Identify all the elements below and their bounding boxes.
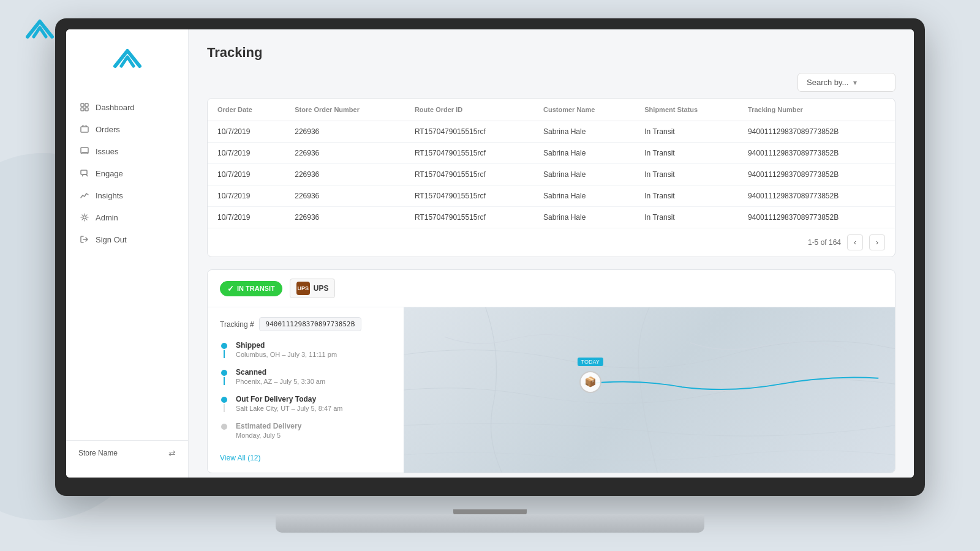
- timeline-event-label: Shipped: [236, 341, 391, 350]
- store-name-label: Store Name: [78, 449, 118, 457]
- sidebar-item-admin[interactable]: Admin: [72, 207, 182, 228]
- tracking-body: Tracking # 940011129837089773852B Shippe…: [208, 307, 895, 473]
- tracking-left-panel: Tracking # 940011129837089773852B Shippe…: [208, 307, 404, 473]
- timeline-item: Scanned Phoenix, AZ – July 5, 3:30 am: [220, 368, 391, 395]
- col-customer-name: Customer Name: [533, 99, 635, 121]
- timeline-line: [224, 350, 225, 358]
- search-dropdown[interactable]: Search by... ▾: [797, 73, 895, 92]
- cell-tracking-number: 940011129837089773852B: [738, 164, 895, 186]
- pagination-prev-button[interactable]: ‹: [847, 234, 863, 250]
- sidebar-item-sign-out[interactable]: Sign Out: [72, 229, 182, 250]
- cell-customer-name: Sabrina Hale: [533, 186, 635, 207]
- cell-customer-name: Sabrina Hale: [533, 121, 635, 143]
- cell-store-order-number: 226936: [285, 186, 405, 207]
- sidebar-bottom: Store Name ⇄: [66, 440, 188, 465]
- svg-rect-2: [81, 108, 84, 111]
- timeline-item: Out For Delivery Today Salt Lake City, U…: [220, 395, 391, 422]
- svg-point-7: [83, 216, 86, 219]
- map-marker-circle: 📦: [579, 371, 601, 393]
- timeline-event-label: Scanned: [236, 368, 391, 377]
- insights-icon: [80, 190, 89, 200]
- cell-order-date: 10/7/2019: [208, 143, 285, 164]
- col-tracking-number: Tracking Number: [738, 99, 895, 121]
- table-row[interactable]: 10/7/2019 226936 RT1570479015515rcf Sabr…: [208, 164, 895, 186]
- timeline-content: Estimated Delivery Monday, July 5: [236, 422, 391, 439]
- map-container: TODAY 📦: [404, 307, 895, 473]
- laptop-base: [276, 514, 704, 533]
- cell-shipment-status: In Transit: [635, 207, 738, 228]
- main-content: Tracking Search by... ▾ Order Date S: [189, 29, 914, 478]
- top-logo: [24, 18, 55, 45]
- sidebar-item-issues[interactable]: Issues: [72, 141, 182, 162]
- sidebar-item-signout-label: Sign Out: [96, 235, 127, 244]
- sidebar-item-dashboard[interactable]: Dashboard: [72, 97, 182, 118]
- cell-shipment-status: In Transit: [635, 121, 738, 143]
- sidebar: Dashboard Orders: [66, 29, 189, 478]
- col-order-date: Order Date: [208, 99, 285, 121]
- col-shipment-status: Shipment Status: [635, 99, 738, 121]
- signout-icon: [80, 234, 89, 244]
- dashboard-icon: [80, 102, 89, 112]
- tracking-table: Order Date Store Order Number Route Orde…: [208, 99, 895, 228]
- sidebar-logo: [66, 42, 188, 78]
- sidebar-item-orders[interactable]: Orders: [72, 119, 182, 140]
- timeline-dot-col: [220, 422, 228, 439]
- tracking-table-card: Order Date Store Order Number Route Orde…: [207, 98, 895, 257]
- in-transit-label: IN TRANSIT: [237, 285, 275, 292]
- admin-icon: [80, 212, 89, 222]
- tracking-detail-card: ✓ IN TRANSIT UPS UPS: [207, 269, 895, 473]
- chevron-down-icon: ▾: [853, 78, 857, 87]
- cell-tracking-number: 940011129837089773852B: [738, 121, 895, 143]
- cell-shipment-status: In Transit: [635, 164, 738, 186]
- store-switch-arrows[interactable]: ⇄: [168, 448, 176, 458]
- map-routes-svg: [404, 307, 895, 473]
- page-title: Tracking: [207, 45, 895, 61]
- timeline-dot: [221, 370, 227, 376]
- pagination-next-button[interactable]: ›: [869, 234, 885, 250]
- table-header-row: Order Date Store Order Number Route Orde…: [208, 99, 895, 121]
- issues-icon: [80, 146, 89, 156]
- table-row[interactable]: 10/7/2019 226936 RT1570479015515rcf Sabr…: [208, 207, 895, 228]
- sidebar-item-admin-label: Admin: [96, 213, 118, 222]
- cell-route-order-id: RT1570479015515rcf: [405, 207, 533, 228]
- cell-route-order-id: RT1570479015515rcf: [405, 121, 533, 143]
- table-row[interactable]: 10/7/2019 226936 RT1570479015515rcf Sabr…: [208, 143, 895, 164]
- col-store-order-number: Store Order Number: [285, 99, 405, 121]
- svg-rect-0: [81, 103, 84, 107]
- timeline-dot: [221, 397, 227, 403]
- ups-label: UPS: [314, 284, 329, 293]
- timeline-event-label: Out For Delivery Today: [236, 395, 391, 403]
- sidebar-item-insights[interactable]: Insights: [72, 185, 182, 206]
- sidebar-item-orders-label: Orders: [96, 125, 120, 134]
- timeline-event-detail: Salt Lake City, UT – July 5, 8:47 am: [236, 405, 391, 412]
- cell-route-order-id: RT1570479015515rcf: [405, 164, 533, 186]
- table-row[interactable]: 10/7/2019 226936 RT1570479015515rcf Sabr…: [208, 186, 895, 207]
- laptop-screen: Dashboard Orders: [66, 29, 914, 478]
- sidebar-item-engage-label: Engage: [96, 169, 123, 178]
- cell-order-date: 10/7/2019: [208, 186, 285, 207]
- orders-icon: [80, 124, 89, 134]
- sidebar-item-issues-label: Issues: [96, 147, 119, 156]
- laptop-frame: Dashboard Orders: [55, 18, 925, 533]
- sidebar-item-insights-label: Insights: [96, 191, 123, 200]
- tracking-number-label: Tracking #: [220, 320, 254, 329]
- cell-customer-name: Sabrina Hale: [533, 164, 635, 186]
- timeline-dot-col: [220, 368, 228, 385]
- sidebar-item-engage[interactable]: Engage: [72, 163, 182, 184]
- view-all-link[interactable]: View All (12): [220, 454, 260, 462]
- cell-route-order-id: RT1570479015515rcf: [405, 143, 533, 164]
- timeline-content: Shipped Columbus, OH – July 3, 11:11 pm: [236, 341, 391, 358]
- laptop-bezel: Dashboard Orders: [55, 18, 925, 496]
- pagination-row: 1-5 of 164 ‹ ›: [208, 228, 895, 257]
- timeline-dot-col: [220, 395, 228, 412]
- cell-shipment-status: In Transit: [635, 186, 738, 207]
- timeline-dot-col: [220, 341, 228, 358]
- table-row[interactable]: 10/7/2019 226936 RT1570479015515rcf Sabr…: [208, 121, 895, 143]
- svg-rect-3: [85, 108, 88, 111]
- in-transit-icon: ✓: [227, 284, 234, 293]
- map-marker: TODAY 📦: [579, 371, 601, 393]
- timeline-event-detail: Monday, July 5: [236, 432, 391, 439]
- timeline-line: [224, 404, 225, 412]
- cell-store-order-number: 226936: [285, 143, 405, 164]
- svg-rect-1: [85, 103, 88, 107]
